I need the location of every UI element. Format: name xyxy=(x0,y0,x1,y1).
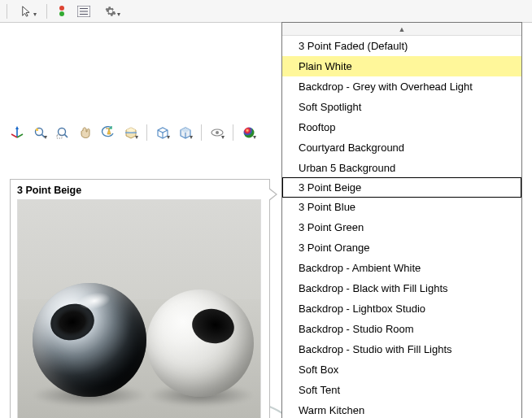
section-view-button[interactable] xyxy=(120,122,142,143)
pan-icon xyxy=(79,126,92,139)
scene-option[interactable]: Urban 5 Background xyxy=(282,158,521,178)
scene-option[interactable]: Backdrop - Studio with Fill Lights xyxy=(282,339,521,359)
svg-line-7 xyxy=(11,134,17,137)
scene-option[interactable]: Backdrop - Grey with Overhead Light xyxy=(282,76,521,97)
toolbar-separator xyxy=(233,124,233,141)
scene-preview-tooltip: 3 Point Beige xyxy=(10,179,270,418)
traffic-light-icon xyxy=(57,5,67,18)
settings-button[interactable] xyxy=(98,2,124,20)
preview-title: 3 Point Beige xyxy=(17,185,263,196)
toolbar-separator xyxy=(7,4,7,19)
pan-button[interactable] xyxy=(75,122,96,143)
hide-show-button[interactable] xyxy=(207,122,228,143)
section-icon xyxy=(124,126,137,139)
zoom-area-icon xyxy=(56,126,69,139)
svg-line-14 xyxy=(64,134,68,137)
scene-option[interactable]: Backdrop - Studio Room xyxy=(282,319,521,339)
svg-rect-19 xyxy=(125,133,137,133)
svg-rect-12 xyxy=(36,128,38,131)
axis-button[interactable] xyxy=(7,122,28,143)
svg-line-11 xyxy=(41,134,45,137)
svg-marker-16 xyxy=(106,128,111,134)
dropdown-scroll-up[interactable]: ▲ xyxy=(282,23,521,36)
scene-option[interactable]: Backdrop - Black with Fill Lights xyxy=(282,278,521,298)
visibility-icon xyxy=(210,127,225,138)
scene-option[interactable]: 3 Point Faded (Default) xyxy=(282,36,521,56)
display-style-button[interactable] xyxy=(175,122,196,143)
cube-icon xyxy=(179,126,192,139)
list-button[interactable] xyxy=(75,2,93,20)
svg-point-13 xyxy=(59,128,66,136)
cursor-icon xyxy=(21,6,33,17)
scene-option[interactable]: Soft Spotlight xyxy=(282,97,521,117)
svg-point-1 xyxy=(59,11,64,16)
appearance-button[interactable] xyxy=(238,122,259,143)
zoom-area-button[interactable] xyxy=(52,122,73,143)
rotate-view-icon xyxy=(101,126,116,139)
view-toolbar xyxy=(7,120,259,145)
scene-option[interactable]: Plain White xyxy=(282,56,521,76)
toolbar-separator xyxy=(46,4,47,19)
rotate-view-button[interactable] xyxy=(98,122,119,143)
preview-sphere-chrome xyxy=(33,283,146,397)
box-button[interactable] xyxy=(152,122,173,143)
zoom-fit-icon xyxy=(33,126,46,139)
svg-point-0 xyxy=(59,6,64,11)
traffic-light-button[interactable] xyxy=(54,2,70,20)
preview-sphere-matte xyxy=(146,290,254,397)
zoom-fit-button[interactable] xyxy=(29,122,50,143)
list-icon xyxy=(77,6,90,17)
gear-icon xyxy=(105,6,116,17)
scene-option[interactable]: Warm Kitchen xyxy=(282,400,521,418)
scene-dropdown[interactable]: ▲ 3 Point Faded (Default)Plain WhiteBack… xyxy=(281,22,522,418)
scene-option[interactable]: Backdrop - Ambient White xyxy=(282,258,521,278)
toolbar-separator xyxy=(146,124,147,141)
main-viewport: 3 Point Beige ▲ 3 Point Faded (Default)P… xyxy=(0,23,532,418)
appearance-icon xyxy=(242,126,255,139)
svg-point-26 xyxy=(216,131,219,134)
scene-option[interactable]: Soft Box xyxy=(282,359,521,380)
svg-line-8 xyxy=(17,134,23,137)
cursor-tool-button[interactable] xyxy=(14,2,40,20)
scene-option[interactable]: Backdrop - Lightbox Studio xyxy=(282,298,521,319)
scene-option[interactable]: Courtyard Background xyxy=(282,137,521,158)
scene-option[interactable]: 3 Point Green xyxy=(282,217,521,237)
top-toolbar xyxy=(0,0,532,23)
scene-option[interactable]: 3 Point Beige xyxy=(282,177,521,198)
scene-option[interactable]: Soft Tent xyxy=(282,380,521,400)
svg-marker-9 xyxy=(15,126,19,129)
scene-option[interactable]: Rooftop xyxy=(282,117,521,137)
box-icon xyxy=(156,126,169,139)
svg-point-27 xyxy=(244,128,255,138)
scene-option[interactable]: 3 Point Blue xyxy=(282,197,521,217)
toolbar-separator xyxy=(201,124,202,141)
axis-icon xyxy=(10,125,24,140)
scene-option[interactable]: 3 Point Orange xyxy=(282,237,521,258)
preview-thumbnail xyxy=(17,199,261,418)
